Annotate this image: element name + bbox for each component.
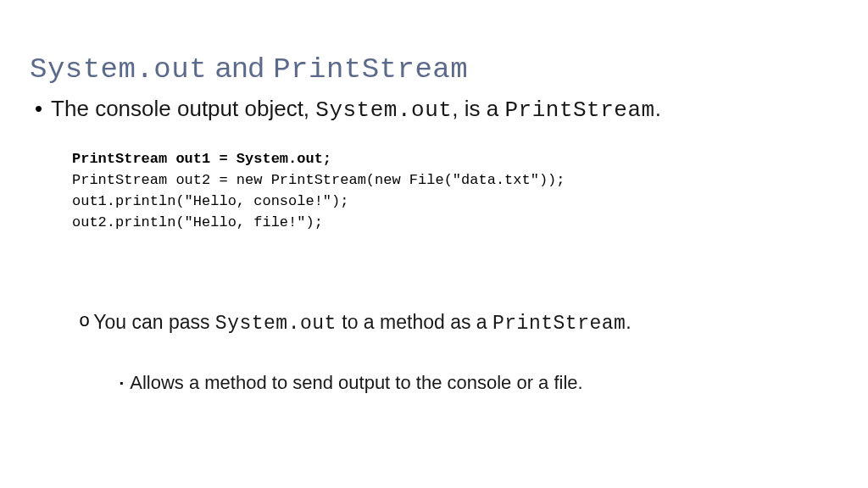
code-line-4: out2.println("Hello, file!"); — [72, 214, 323, 230]
sub-t1: You can pass — [93, 311, 215, 333]
sub-bullet: o You can pass System.out to a method as… — [79, 309, 838, 336]
bullet-1-code-1: System.out — [315, 97, 452, 123]
circle-bullet-icon: o — [79, 309, 90, 335]
bullet-1-code-2: PrintStream — [504, 97, 654, 123]
sub-bullet-text: You can pass System.out to a method as a… — [93, 309, 632, 336]
bullet-1-t1: The console output object, — [51, 96, 315, 121]
code-line-1: PrintStream out1 = System.out; — [72, 151, 331, 167]
title-code-1: System.out — [30, 53, 207, 86]
sub-code-2: PrintStream — [492, 313, 626, 335]
code-block: PrintStream out1 = System.out; PrintStre… — [72, 148, 838, 233]
sub-t5: . — [626, 311, 631, 333]
slide: System.out and PrintStream • The console… — [0, 0, 868, 488]
title-and: and — [207, 51, 273, 83]
code-line-2: PrintStream out2 = new PrintStream(new F… — [72, 172, 565, 188]
slide-title: System.out and PrintStream — [30, 51, 838, 86]
bullet-dot-icon: • — [35, 94, 42, 123]
title-code-2: PrintStream — [273, 53, 468, 86]
bullet-1-text: The console output object, System.out, i… — [51, 94, 661, 125]
bullet-1-t5: . — [655, 96, 661, 121]
code-line-3: out1.println("Hello, console!"); — [72, 193, 348, 209]
sub-code-1: System.out — [215, 313, 337, 335]
sub-t3: to a method as a — [337, 311, 492, 333]
sub-sub-text: Allows a method to send output to the co… — [130, 370, 582, 396]
bullet-1-t3: , is a — [452, 96, 504, 121]
bullet-1: • The console output object, System.out,… — [35, 94, 838, 125]
sub-sub-bullet: ▪ Allows a method to send output to the … — [120, 370, 838, 396]
square-bullet-icon: ▪ — [120, 370, 123, 396]
